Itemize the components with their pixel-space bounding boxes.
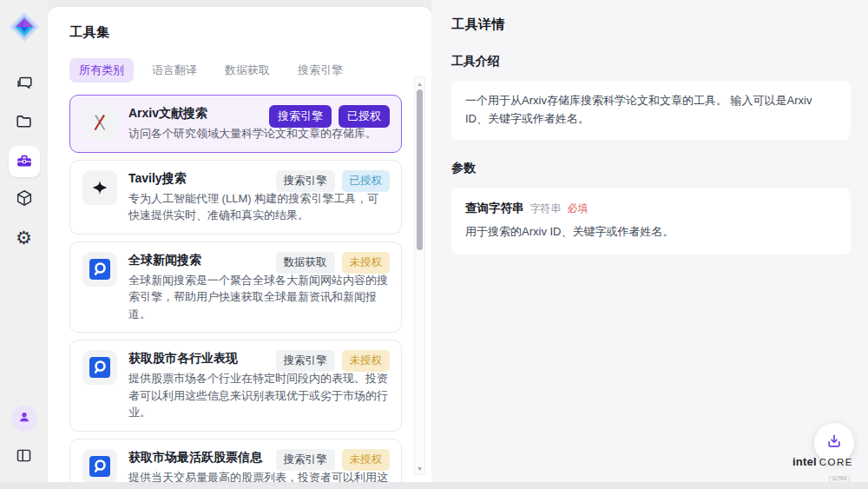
tool-card-most-active-stocks[interactable]: 获取市场最活跃股票信息 提供当天交易量最高的股票列表，投资者可以利用这些信息来识… [69,439,402,483]
tool-desc: 提供股票市场各个行业在特定时间段内的表现。投资者可以利用这些信息来识别表现优于或… [128,370,389,421]
badge-group: 搜索引擎 已授权 [276,170,391,192]
param-name: 查询字符串 [465,201,524,216]
scroll-down-icon[interactable]: ▼ [415,463,424,473]
auth-status-badge: 已授权 [339,105,390,128]
gear-icon: ⚙ [16,229,32,248]
tool-desc: 专为人工智能代理 (LLM) 构建的搜索引擎工具，可快速提供实时、准确和真实的结… [128,190,389,224]
intel-core-logo: intelCORE ULTRA [790,455,856,484]
brand-intel-text: intel [792,455,817,468]
tool-card-list: Arxiv文献搜索 访问各个研究领域大量科学论文和文章的存储库。 搜索引擎 已授… [69,95,431,482]
sparkle-star-icon [82,170,117,205]
tool-card-arxiv[interactable]: Arxiv文献搜索 访问各个研究领域大量科学论文和文章的存储库。 搜索引擎 已授… [69,95,402,153]
sidebar-item-chat[interactable] [5,66,43,104]
brand-core-text: CORE [819,457,853,467]
param-required-flag: 必填 [568,202,589,216]
toolbox-icon [9,146,40,177]
blue-search-app-icon [82,350,117,385]
category-badge: 数据获取 [276,252,335,274]
badge-group: 搜索引擎 未授权 [276,449,391,471]
category-badge: 搜索引擎 [276,350,335,372]
tool-card-global-news[interactable]: 全球新闻搜索 全球新闻搜索是一个聚合全球各大新闻网站内容的搜索引擎，帮助用户快速… [69,241,402,334]
cube-icon [15,188,34,211]
app-logo [8,10,41,43]
sidebar-rail: ⚙ [0,0,48,482]
sidebar-item-settings[interactable]: ⚙ [5,219,43,257]
intro-text: 一个用于从Arxiv存储库搜索科学论文和文章的工具。 输入可以是Arxiv ID… [465,94,812,125]
category-badge: 搜索引擎 [269,105,332,128]
window-bottom-edge [0,482,868,489]
tool-card-tavily[interactable]: Tavily搜索 专为人工智能代理 (LLM) 构建的搜索引擎工具，可快速提供实… [69,160,402,235]
page-title: 工具集 [69,24,431,41]
auth-status-badge: 未授权 [342,449,391,471]
category-badge: 搜索引擎 [276,449,335,471]
badge-group: 搜索引擎 已授权 [269,105,390,128]
user-icon [17,410,31,427]
category-badge: 搜索引擎 [276,170,335,192]
scroll-up-icon[interactable]: ▲ [415,78,424,89]
tool-desc: 全球新闻搜索是一个聚合全球各大新闻网站内容的搜索引擎，帮助用户快速获取全球最新资… [128,272,389,323]
tools-panel: 工具集 所有类别 语言翻译 数据获取 搜索引擎 [48,7,431,482]
scrollbar-thumb[interactable] [417,89,423,250]
sidebar-item-panel-toggle[interactable] [5,442,43,472]
param-type: 字符串 [530,202,562,216]
tool-details-panel: 工具详情 工具介绍 一个用于从Arxiv存储库搜索科学论文和文章的工具。 输入可… [431,0,868,482]
list-scrollbar[interactable]: ▲ ▼ [414,76,425,475]
sidebar-item-files[interactable] [5,104,43,142]
category-tabs: 所有类别 语言翻译 数据获取 搜索引擎 [69,58,431,83]
download-icon [825,433,843,453]
tool-desc: 提供当天交易量最高的股票列表，投资者可以利用这些信息来识别流动性强的股票和潜在的… [128,469,389,483]
blue-search-app-icon [82,252,117,287]
tab-translation[interactable]: 语言翻译 [142,58,207,83]
sidebar-item-packages[interactable] [5,181,43,219]
param-card: 查询字符串 字符串 必填 用于搜索的Arxiv ID、关键字或作者姓名。 [451,188,851,254]
arxiv-logo-icon [82,105,117,140]
auth-status-badge: 未授权 [342,252,391,274]
tab-data-fetch[interactable]: 数据获取 [215,58,279,83]
app-window: ⚙ [0,0,868,489]
sidebar-item-tools[interactable] [5,142,43,181]
sidebar-bottom [5,406,43,472]
badge-group: 搜索引擎 未授权 [276,350,391,372]
details-title: 工具详情 [451,17,851,33]
intro-heading: 工具介绍 [451,54,851,69]
panels-icon [15,446,33,468]
intro-card: 一个用于从Arxiv存储库搜索科学论文和文章的工具。 输入可以是Arxiv ID… [451,81,851,140]
tab-search-engine[interactable]: 搜索引擎 [288,58,352,83]
chat-icon [15,74,34,96]
user-avatar[interactable] [11,406,37,432]
folder-icon [15,112,34,135]
sidebar-nav: ⚙ [5,66,43,257]
params-heading: 参数 [451,161,851,176]
badge-group: 数据获取 未授权 [276,252,391,274]
tool-card-sector-performance[interactable]: 获取股市各行业表现 提供股票市场各个行业在特定时间段内的表现。投资者可以利用这些… [69,340,402,432]
auth-status-badge: 未授权 [342,350,391,372]
auth-status-badge: 已授权 [342,170,391,192]
tab-all-categories[interactable]: 所有类别 [69,58,134,83]
param-desc: 用于搜索的Arxiv ID、关键字或作者姓名。 [465,224,837,240]
blue-search-app-icon [82,449,117,483]
